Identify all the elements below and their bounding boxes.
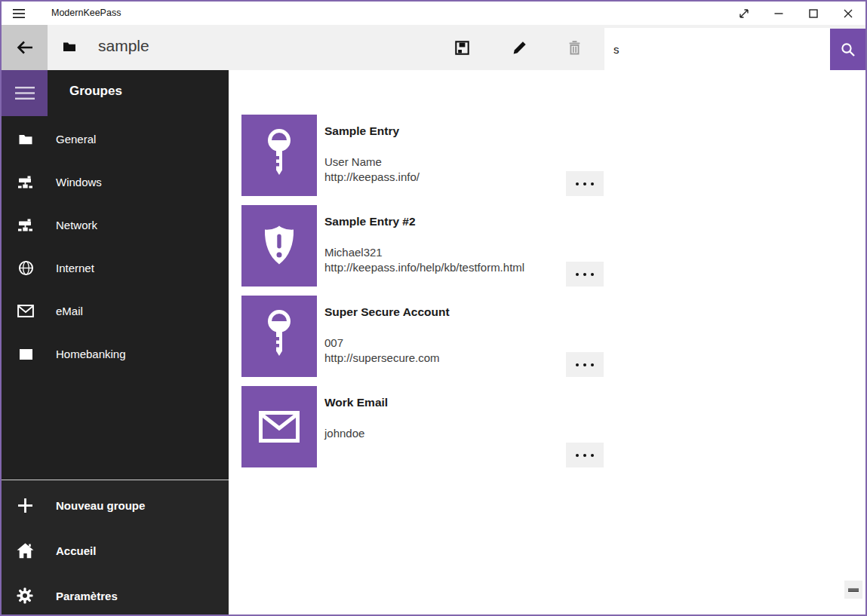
maximize-icon (809, 9, 818, 18)
entry-details: 007 http://supersecure.com (324, 336, 440, 366)
entry-title: Sample Entry (324, 124, 399, 138)
minimize-icon (774, 9, 783, 18)
ellipsis-icon (576, 454, 579, 457)
edit-button[interactable] (501, 25, 537, 70)
entry-row-work-email[interactable]: Work Email johndoe (229, 386, 867, 467)
window-controls (727, 2, 865, 25)
sidebar-item-settings[interactable]: Paramètres (2, 573, 229, 616)
sidebar-item-general[interactable]: General (2, 118, 229, 161)
zoom-out-button[interactable] (844, 581, 862, 599)
back-arrow-icon (15, 39, 35, 56)
back-button[interactable] (2, 25, 48, 70)
titlebar-hamburger-button[interactable] (2, 2, 36, 25)
sidebar-item-label: Network (56, 219, 97, 231)
hamburger-icon (14, 85, 36, 101)
save-button[interactable] (444, 25, 480, 70)
fullscreen-icon (738, 8, 750, 20)
entry-title: Super Secure Account (324, 305, 450, 319)
sidebar-item-label: Accueil (56, 544, 96, 557)
sidebar: Groupes General Windows Network Internet (2, 70, 229, 616)
network-icon (17, 176, 34, 188)
entry-row-sample-entry-2[interactable]: Sample Entry #2 Michael321 http://keepas… (229, 205, 867, 287)
sidebar-item-label: General (56, 133, 96, 146)
sidebar-item-network[interactable]: Network (2, 204, 229, 247)
entry-tile (241, 386, 317, 467)
entry-tile (241, 115, 317, 196)
home-icon (16, 543, 34, 559)
more-options-button[interactable] (566, 262, 604, 287)
entry-url: http://supersecure.com (324, 351, 440, 366)
entry-title: Sample Entry #2 (324, 215, 416, 228)
entry-username: 007 (324, 336, 440, 351)
entry-url: http://keepass.info/help/kb/testform.htm… (324, 260, 524, 275)
app-bar: sample (2, 25, 865, 70)
sidebar-item-label: Homebanking (56, 348, 126, 360)
trash-icon (567, 40, 583, 56)
app-window: ModernKeePass (0, 0, 867, 616)
sidebar-footer: Nouveau groupe Accueil Paramètres (2, 480, 229, 616)
pencil-icon (512, 40, 527, 56)
close-icon (844, 9, 853, 18)
entry-username: johndoe (324, 426, 364, 441)
entry-username: Michael321 (324, 245, 524, 260)
ellipsis-icon (576, 273, 579, 276)
sidebar-item-label: Paramètres (56, 590, 118, 602)
search-icon (840, 41, 856, 58)
save-icon (454, 40, 470, 56)
mail-icon (259, 411, 300, 443)
mail-icon (17, 305, 34, 317)
key-icon (262, 127, 297, 183)
titlebar: ModernKeePass (2, 2, 865, 25)
sidebar-item-homebanking[interactable]: Homebanking (2, 333, 229, 375)
entry-tile (241, 296, 317, 377)
sidebar-item-new-group[interactable]: Nouveau groupe (2, 483, 229, 528)
ellipsis-icon (576, 182, 579, 185)
sidebar-item-label: Windows (56, 176, 102, 188)
sidebar-item-internet[interactable]: Internet (2, 247, 229, 290)
fullscreen-button[interactable] (727, 2, 761, 25)
search-button[interactable] (830, 29, 866, 70)
more-options-button[interactable] (566, 352, 604, 377)
plus-icon (16, 497, 34, 514)
more-options-button[interactable] (566, 171, 604, 196)
pane-hamburger-button[interactable] (2, 70, 48, 116)
sidebar-item-windows[interactable]: Windows (2, 161, 229, 204)
folder-icon (17, 133, 34, 146)
groups-header: Groupes (69, 84, 122, 99)
maximize-button[interactable] (796, 2, 831, 25)
entry-tile (241, 205, 317, 287)
network-icon (17, 219, 34, 231)
window-title: ModernKeePass (51, 2, 121, 25)
globe-icon (17, 260, 34, 276)
sidebar-item-label: Internet (56, 262, 94, 274)
entry-details: Michael321 http://keepass.info/help/kb/t… (324, 245, 524, 275)
entry-url: http://keepass.info/ (324, 170, 420, 185)
entry-username: User Name (324, 155, 420, 170)
gear-icon (16, 587, 34, 604)
entry-row-super-secure-account[interactable]: Super Secure Account 007 http://supersec… (229, 296, 867, 377)
square-icon (17, 349, 34, 360)
search-input[interactable] (604, 28, 830, 70)
shield-alert-icon (260, 224, 298, 268)
entry-title: Work Email (324, 396, 388, 409)
minimize-button[interactable] (761, 2, 796, 25)
entry-details: User Name http://keepass.info/ (324, 155, 420, 185)
ellipsis-icon (576, 363, 579, 366)
more-options-button[interactable] (566, 443, 604, 467)
entry-row-sample-entry[interactable]: Sample Entry User Name http://keepass.in… (229, 115, 867, 196)
close-button[interactable] (831, 2, 865, 25)
delete-button[interactable] (556, 25, 592, 70)
minus-icon (848, 588, 859, 592)
hamburger-icon (12, 8, 26, 19)
sidebar-item-label: Nouveau groupe (56, 499, 145, 512)
sidebar-item-email[interactable]: eMail (2, 290, 229, 333)
database-title: sample (98, 37, 149, 55)
database-folder-icon (62, 40, 77, 53)
sidebar-item-home[interactable]: Accueil (2, 528, 229, 573)
sidebar-item-label: eMail (56, 305, 83, 317)
entry-details: johndoe (324, 426, 364, 441)
entry-list: Sample Entry User Name http://keepass.in… (229, 70, 867, 616)
key-icon (262, 308, 297, 364)
